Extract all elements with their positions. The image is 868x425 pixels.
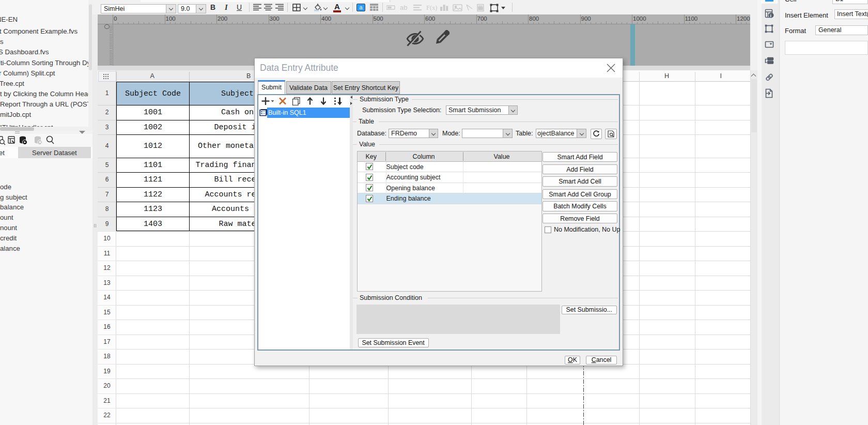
svg-text:F(x): F(x) [426,4,438,11]
svg-text:ab: ab [400,4,407,11]
